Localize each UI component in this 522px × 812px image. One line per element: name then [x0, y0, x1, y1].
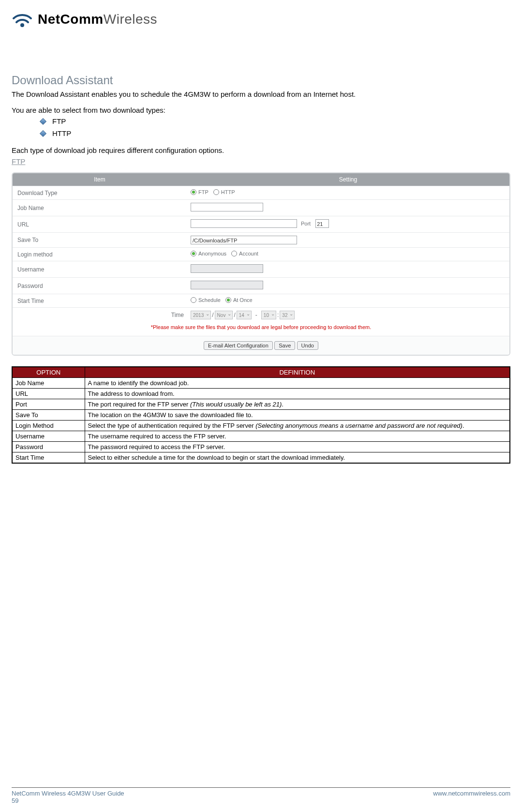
undo-button[interactable]: Undo: [297, 341, 318, 350]
month-select[interactable]: Nov: [215, 311, 233, 319]
radio-account-label: Account: [239, 251, 258, 256]
column-header-item: Item: [13, 173, 187, 186]
option-cell: Port: [12, 399, 85, 409]
option-cell: URL: [12, 388, 85, 399]
radio-at-once[interactable]: [225, 297, 231, 303]
list-item-label: HTTP: [52, 129, 71, 137]
date-separator: /: [212, 312, 213, 318]
date-separator: /: [234, 312, 235, 318]
diamond-icon: [40, 130, 46, 136]
legal-warning-text: *Please make sure the files that you dow…: [13, 322, 509, 336]
save-button[interactable]: Save: [274, 341, 295, 350]
row-label-login-method: Login method: [13, 248, 187, 261]
option-cell: Start Time: [12, 452, 85, 463]
footer-url: www.netcommwireless.com: [433, 790, 510, 804]
row-label-username: Username: [13, 261, 187, 278]
radio-account[interactable]: [231, 251, 237, 256]
table-row: Job Name A name to identify the download…: [12, 377, 510, 388]
svg-point-0: [20, 23, 24, 27]
intro-paragraph-1: The Download Assistant enables you to sc…: [12, 90, 510, 98]
definition-cell: A name to identify the download job.: [85, 377, 510, 388]
table-row: Username The username required to access…: [12, 431, 510, 441]
option-cell: Login Method: [12, 420, 85, 431]
definition-cell: The password required to access the FTP …: [85, 441, 510, 452]
brand-logo: NetCommWireless: [12, 9, 510, 30]
definition-cell: The username required to access the FTP …: [85, 431, 510, 441]
minute-select[interactable]: 32: [280, 311, 295, 319]
option-cell: Job Name: [12, 377, 85, 388]
table-row: Password The password required to access…: [12, 441, 510, 452]
url-input[interactable]: [191, 219, 297, 228]
brand-name: NetCommWireless: [38, 12, 157, 27]
page-title: Download Assistant: [12, 74, 510, 87]
row-label-time: Time: [13, 308, 187, 323]
footer-guide-title: NetComm Wireless 4GM3W User Guide: [12, 790, 124, 797]
footer-page-number: 59: [12, 797, 124, 804]
table-row: URL The address to download from.: [12, 388, 510, 399]
email-alert-button[interactable]: E-mail Alert Configuration: [204, 341, 273, 350]
job-name-input[interactable]: [191, 203, 263, 211]
column-header-option: OPTION: [12, 367, 85, 378]
username-input[interactable]: [191, 264, 263, 273]
save-to-input[interactable]: /C/Downloads/FTP: [191, 236, 297, 244]
list-item-label: FTP: [52, 117, 66, 125]
definition-cell: Select the type of authentication requir…: [85, 420, 510, 431]
option-cell: Password: [12, 441, 85, 452]
definitions-table: OPTION DEFINITION Job Name A name to ide…: [12, 366, 510, 464]
port-label: Port: [301, 221, 311, 226]
table-row: Start Time Select to either schedule a t…: [12, 452, 510, 463]
ftp-settings-panel: Item Setting Download Type FTP HTTP Job …: [12, 172, 510, 356]
radio-anonymous[interactable]: [191, 251, 196, 256]
brand-name-bold: NetComm: [38, 12, 104, 27]
definition-cell: Select to either schedule a time for the…: [85, 452, 510, 463]
list-item: FTP: [41, 117, 510, 125]
row-label-password: Password: [13, 278, 187, 294]
option-cell: Save To: [12, 409, 85, 420]
column-header-definition: DEFINITION: [85, 367, 510, 378]
radio-at-once-label: At Once: [233, 297, 253, 303]
download-type-list: FTP HTTP: [41, 117, 510, 137]
radio-schedule[interactable]: [191, 297, 196, 303]
radio-http[interactable]: [213, 189, 219, 195]
definition-cell: The port required for the FTP server (Th…: [85, 399, 510, 409]
intro-paragraph-2: You are able to select from two download…: [12, 106, 510, 114]
row-label-job-name: Job Name: [13, 200, 187, 216]
date-time-separator: -: [255, 312, 257, 318]
wifi-arc-icon: [12, 9, 33, 30]
option-cell: Username: [12, 431, 85, 441]
radio-http-label: HTTP: [221, 189, 235, 195]
row-label-url: URL: [13, 216, 187, 233]
time-separator: :: [277, 312, 279, 318]
radio-ftp-label: FTP: [198, 189, 209, 195]
column-header-setting: Setting: [187, 173, 509, 186]
table-row: Save To The location on the 4GM3W to sav…: [12, 409, 510, 420]
brand-name-light: Wireless: [104, 12, 157, 27]
ftp-subheading: FTP: [12, 157, 510, 165]
diamond-icon: [40, 118, 46, 124]
definition-cell: The address to download from.: [85, 388, 510, 399]
ftp-settings-table: Item Setting Download Type FTP HTTP Job …: [13, 173, 509, 355]
list-item: HTTP: [41, 129, 510, 137]
port-input[interactable]: 21: [315, 219, 329, 228]
radio-anonymous-label: Anonymous: [198, 251, 226, 256]
year-select[interactable]: 2013: [191, 311, 211, 319]
day-select[interactable]: 14: [237, 311, 252, 319]
hour-select[interactable]: 10: [261, 311, 276, 319]
table-row: Port The port required for the FTP serve…: [12, 399, 510, 409]
row-label-start-time: Start Time: [13, 294, 187, 308]
radio-schedule-label: Schedule: [198, 297, 221, 303]
password-input[interactable]: [191, 281, 263, 289]
row-label-save-to: Save To: [13, 233, 187, 248]
definition-cell: The location on the 4GM3W to save the do…: [85, 409, 510, 420]
row-label-download-type: Download Type: [13, 186, 187, 200]
intro-paragraph-3: Each type of download job requires diffe…: [12, 146, 510, 154]
radio-ftp[interactable]: [191, 189, 196, 195]
page-footer: NetComm Wireless 4GM3W User Guide 59 www…: [12, 787, 510, 804]
table-row: Login Method Select the type of authenti…: [12, 420, 510, 431]
